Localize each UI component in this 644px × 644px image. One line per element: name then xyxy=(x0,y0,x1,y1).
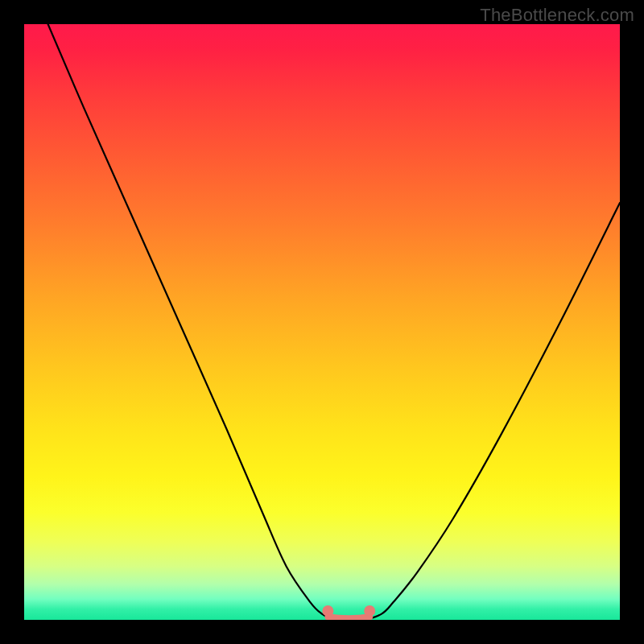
chart-frame: TheBottleneck.com xyxy=(0,0,644,644)
plot-area xyxy=(24,24,620,620)
flat-bottom-segment xyxy=(328,617,369,618)
marker-left xyxy=(322,605,333,617)
bottleneck-curve-path xyxy=(48,24,620,620)
curve-svg xyxy=(24,24,620,620)
marker-right xyxy=(364,605,375,617)
watermark-text: TheBottleneck.com xyxy=(480,5,634,26)
